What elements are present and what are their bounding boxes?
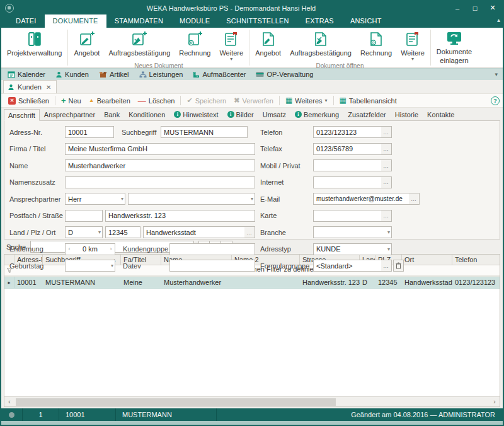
mobil-field[interactable] xyxy=(313,159,381,171)
cell-strasse: Handwerksstr. 123 xyxy=(300,277,360,288)
suchbegriff-label: Suchbegriff xyxy=(114,129,161,136)
shortcut-bar: Kalender Kunden Artikel Leist xyxy=(1,68,503,80)
oeffnen-angebot-button[interactable]: Angebot xyxy=(251,30,285,57)
formtab-umsatz[interactable]: Umsatz xyxy=(258,108,290,120)
branche-select[interactable]: ▾ xyxy=(313,226,392,238)
formulargruppe-clear-button[interactable] xyxy=(393,260,404,272)
strasse-field[interactable] xyxy=(105,210,255,222)
kundengruppe-field[interactable] xyxy=(169,243,255,255)
help-icon[interactable]: ? xyxy=(491,96,500,105)
formtab-bemerkung[interactable]: iBemerkung xyxy=(290,108,343,120)
formtab-zusatzfelder[interactable]: Zusatzfelder xyxy=(343,108,391,120)
schliessen-label: Schließen xyxy=(18,97,49,105)
projektverwaltung-button[interactable]: Projektverwaltung xyxy=(3,30,66,57)
formtab-bank[interactable]: Bank xyxy=(100,108,124,120)
menu-module[interactable]: MODULE xyxy=(171,14,218,28)
tab-kunden-label: Kunden xyxy=(18,83,42,91)
tab-close-icon[interactable]: ✕ xyxy=(45,84,51,91)
neues-weitere-button[interactable]: Weitere ▾ xyxy=(215,30,248,62)
firma-label: Firma / Titel xyxy=(9,145,65,153)
menu-dokumente[interactable]: DOKUMENTE xyxy=(45,14,106,28)
verwerfen-button[interactable]: ✖ Verwerfen xyxy=(230,96,277,106)
email-label: E-Mail xyxy=(260,195,313,203)
postfach-field[interactable] xyxy=(65,210,103,222)
adressnr-field[interactable] xyxy=(65,126,114,138)
formtab-kontakte[interactable]: Kontakte xyxy=(423,108,459,120)
neues-angebot-button[interactable]: Angebot xyxy=(69,30,104,57)
formtab-konditionen[interactable]: Konditionen xyxy=(124,108,169,120)
weiteres-button[interactable]: ▦ Weiteres ▾ xyxy=(282,96,331,106)
grid-row-selected[interactable]: ▸ 10001 MUSTERMANN Meine Musterhandwerke… xyxy=(4,276,500,289)
firma-field[interactable] xyxy=(65,143,255,155)
karte-open-button[interactable]: … xyxy=(381,210,392,222)
formtab-bilder[interactable]: iBilder xyxy=(223,108,258,120)
menu-datei[interactable]: DATEI xyxy=(8,14,45,28)
formtab-historie[interactable]: Historie xyxy=(391,108,423,120)
plz-field[interactable] xyxy=(105,226,140,238)
bearbeiten-button[interactable]: ▲ Bearbeiten xyxy=(85,96,134,106)
formtab-anschrift[interactable]: Anschrift xyxy=(4,109,40,121)
suchbegriff-field[interactable] xyxy=(161,126,248,138)
email-send-button[interactable]: … xyxy=(409,193,420,205)
shortcut-kalender[interactable]: Kalender xyxy=(8,71,45,78)
namenszusatz-field[interactable] xyxy=(65,176,255,188)
menu-schnittstellen[interactable]: SCHNITTSTELLEN xyxy=(218,14,297,28)
adresstyp-select[interactable]: KUNDE ▾ xyxy=(313,243,392,255)
karte-field[interactable] xyxy=(313,210,381,222)
tab-kunden[interactable]: Kunden ✕ xyxy=(3,80,57,93)
telefon-field[interactable] xyxy=(313,126,381,138)
cell-telefon: 0123/123123 xyxy=(452,277,500,288)
shortcut-aufmasscenter[interactable]: Aufmaßcenter xyxy=(193,71,246,78)
shortcut-artikel[interactable]: Artikel xyxy=(99,71,129,78)
ort-field[interactable] xyxy=(143,226,244,238)
dropdown-arrow-icon: ▾ xyxy=(385,229,390,235)
dokumente-einlagern-button[interactable]: Dokumente einlagern xyxy=(432,30,476,65)
email-field[interactable] xyxy=(313,193,409,205)
oeffnen-rechnung-button[interactable]: Rechnung xyxy=(356,30,396,57)
neue-rechnung-button[interactable]: Rechnung xyxy=(175,30,215,57)
menu-extras[interactable]: EXTRAS xyxy=(297,14,342,28)
spin-down-icon[interactable]: ‹ xyxy=(66,246,73,252)
close-button[interactable]: ✕ xyxy=(484,2,501,14)
spin-up-icon[interactable]: › xyxy=(107,246,115,252)
ort-lookup-button[interactable]: … xyxy=(244,226,255,238)
menu-stammdaten[interactable]: STAMMDATEN xyxy=(106,14,171,28)
schliessen-button[interactable]: ✕ Schließen xyxy=(4,96,53,106)
internet-open-button[interactable]: … xyxy=(381,176,392,188)
loeschen-button[interactable]: — Löschen xyxy=(134,96,179,106)
shortcut-op-verwaltung[interactable]: OP-Verwaltung xyxy=(256,71,313,78)
neu-button[interactable]: + Neu xyxy=(57,96,85,106)
formtab-ansprechpartner[interactable]: Ansprechpartner xyxy=(40,108,100,120)
ansprechpartner-select[interactable]: ▾ xyxy=(128,193,255,205)
telefax-field[interactable] xyxy=(313,143,381,155)
maximize-button[interactable]: □ xyxy=(466,2,484,14)
shortcut-leistungen[interactable]: Leistungen xyxy=(139,71,183,78)
tabellenansicht-button[interactable]: ▦ Tabellenansicht xyxy=(336,96,401,106)
anrede-select[interactable]: Herr ▾ xyxy=(65,193,125,205)
formtab-hinweistext[interactable]: iHinweistext xyxy=(169,108,222,120)
land-select[interactable]: D ▾ xyxy=(65,226,103,238)
internet-field[interactable] xyxy=(313,176,381,188)
scrollbar-thumb[interactable] xyxy=(16,398,336,406)
oeffnen-auftragsbestaetigung-button[interactable]: Auftragsbestätigung xyxy=(285,30,356,57)
scroll-left-icon[interactable]: ‹ xyxy=(4,398,14,405)
menu-ansicht[interactable]: ANSICHT xyxy=(342,14,390,28)
mobil-dial-button[interactable]: … xyxy=(381,159,392,171)
speichern-button[interactable]: ✔ Speichern xyxy=(183,96,230,106)
datev-field[interactable] xyxy=(169,260,255,272)
collapse-ribbon-icon[interactable]: ▴ xyxy=(497,16,500,23)
shortcut-kunden[interactable]: Kunden xyxy=(55,71,89,78)
formulargruppe-field[interactable] xyxy=(313,260,381,272)
geburtstag-select[interactable]: ▾ xyxy=(65,260,115,272)
horizontal-scrollbar[interactable]: ‹ › xyxy=(4,396,500,406)
telefax-dial-button[interactable]: … xyxy=(381,143,392,155)
formulargruppe-lookup-button[interactable]: … xyxy=(381,260,392,272)
telefon-dial-button[interactable]: … xyxy=(381,126,392,138)
oeffnen-weitere-button[interactable]: Weitere ▾ xyxy=(396,30,429,62)
neue-auftragsbestaetigung-button[interactable]: Auftragsbestätigung xyxy=(104,30,175,57)
entfernung-spinner[interactable]: ‹ 0 km › xyxy=(65,243,115,255)
minimize-button[interactable]: – xyxy=(449,2,466,14)
name-field[interactable] xyxy=(65,159,255,171)
shortcut-overflow-icon[interactable]: ▾ xyxy=(495,71,498,78)
scroll-right-icon[interactable]: › xyxy=(490,398,500,405)
